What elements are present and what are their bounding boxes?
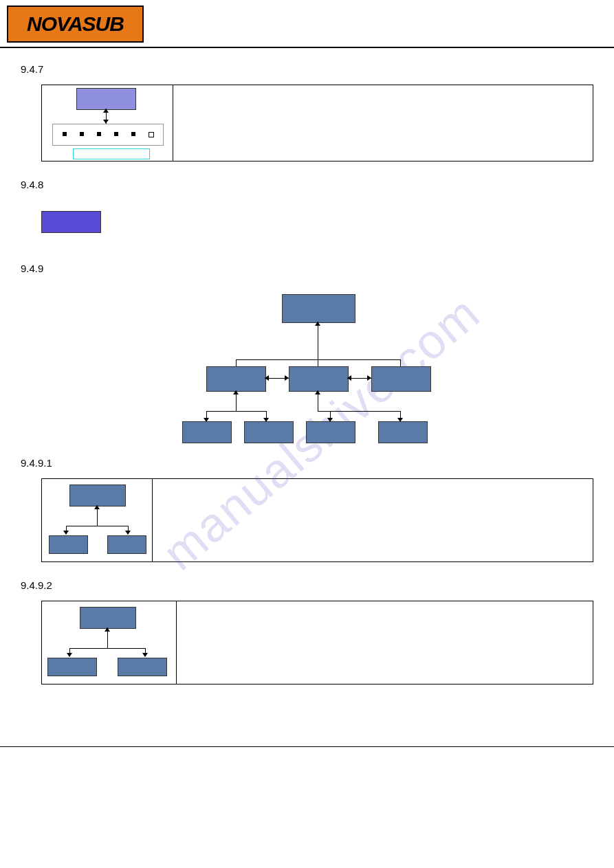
diagram-table	[41, 85, 593, 162]
section-number: 9.4.9.2	[21, 579, 593, 591]
diagram-box	[282, 294, 355, 323]
diagram-cell	[42, 479, 153, 561]
description-cell	[153, 479, 593, 561]
diagram-cell	[42, 85, 173, 161]
page-content: manualshive.com 9.4.7 9.4.8 9.4.9	[0, 48, 614, 712]
page-footer-line	[0, 746, 614, 775]
diagram-box	[76, 88, 136, 110]
section-number: 9.4.8	[21, 179, 593, 190]
diagram-cell	[42, 601, 177, 684]
page-header: NOVASUB	[0, 0, 614, 48]
diagram-box	[41, 211, 101, 233]
diagram-box	[371, 366, 431, 392]
description-cell	[177, 601, 593, 684]
diagram-box	[244, 421, 294, 443]
diagram-box	[206, 366, 266, 392]
diagram-box	[69, 485, 126, 507]
novasub-logo: NOVASUB	[7, 5, 144, 43]
diagram-box	[49, 535, 88, 554]
diagram-box	[306, 421, 355, 443]
description-cell	[173, 85, 593, 161]
section-number: 9.4.7	[21, 63, 593, 75]
section-number: 9.4.9	[21, 263, 593, 274]
diagram-tree	[41, 284, 593, 449]
diagram-table	[41, 478, 593, 562]
diagram-box	[289, 366, 349, 392]
diagram-box	[73, 148, 150, 159]
diagram-box	[118, 658, 167, 676]
diagram-box	[182, 421, 232, 443]
diagram-box	[378, 421, 428, 443]
diagram-box	[47, 658, 97, 676]
diagram-box	[52, 124, 164, 146]
diagram-standalone	[41, 211, 593, 238]
section-number: 9.4.9.1	[21, 457, 593, 469]
diagram-table	[41, 601, 593, 685]
diagram-box	[80, 607, 136, 629]
diagram-box	[107, 535, 146, 554]
